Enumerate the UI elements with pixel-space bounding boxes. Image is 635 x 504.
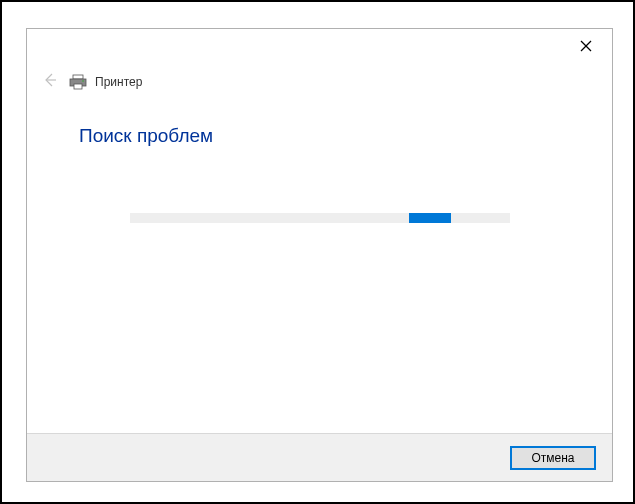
cancel-button[interactable]: Отмена — [510, 446, 596, 470]
title-bar — [27, 29, 612, 65]
screenshot-frame: Принтер Поиск проблем Отмена — [0, 0, 635, 504]
status-heading: Поиск проблем — [79, 125, 560, 147]
printer-icon — [69, 74, 87, 90]
dialog-footer: Отмена — [27, 433, 612, 481]
back-arrow-icon — [42, 72, 58, 92]
dialog-title: Принтер — [95, 75, 142, 89]
svg-point-6 — [82, 80, 84, 82]
progress-container — [79, 213, 560, 223]
svg-rect-5 — [74, 84, 82, 89]
troubleshooter-dialog: Принтер Поиск проблем Отмена — [26, 28, 613, 482]
close-icon — [580, 40, 592, 55]
progress-indicator — [409, 213, 451, 223]
header-row: Принтер — [27, 65, 612, 91]
close-button[interactable] — [566, 33, 606, 61]
back-button — [41, 73, 59, 91]
content-area: Поиск проблем — [27, 91, 612, 433]
progress-bar — [130, 213, 510, 223]
svg-rect-3 — [73, 75, 83, 79]
